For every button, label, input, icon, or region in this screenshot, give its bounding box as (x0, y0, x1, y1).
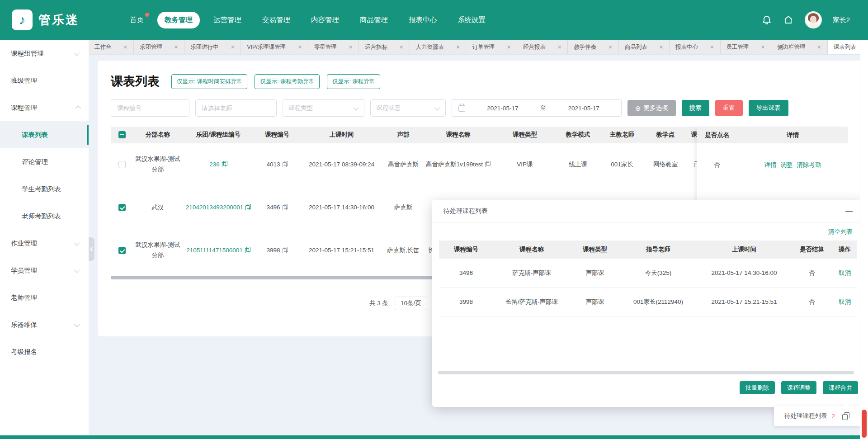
close-icon[interactable]: ✕ (817, 44, 821, 50)
more-options-button[interactable]: ⊕更多选项 (627, 100, 676, 116)
reset-button[interactable]: 重置 (715, 100, 743, 116)
tab-item[interactable]: 报表中心 ✕ (670, 40, 720, 54)
export-schedule-button[interactable]: 导出课表 (749, 100, 788, 116)
filter-course-abnormal-button[interactable]: 仅显示: 课程异常 (327, 74, 380, 89)
search-button[interactable]: 搜索 (682, 100, 709, 116)
copy-stack-icon[interactable] (842, 412, 849, 420)
copy-icon[interactable] (222, 161, 227, 167)
page-horizontal-scrollbar[interactable] (0, 435, 860, 439)
tab-item[interactable]: 教学伴奏 ✕ (568, 40, 618, 54)
tab-item[interactable]: 零星管理 ✕ (308, 40, 359, 54)
detail-link[interactable]: 详情 (764, 161, 777, 169)
sidebar-item-instrument-maintenance[interactable]: 乐器维保 (0, 311, 89, 338)
sidebar-item-teachers[interactable]: 老师管理 (0, 284, 89, 311)
bell-icon[interactable] (761, 14, 772, 25)
nav-item-academic[interactable]: 教务管理 (157, 12, 200, 28)
sidebar-item-course-groups[interactable]: 课程组管理 (0, 40, 89, 67)
course-type-select[interactable]: 课程类型 (283, 99, 364, 117)
tab-item[interactable]: 员工管理 ✕ (721, 40, 771, 54)
sidebar-item-students[interactable]: 学员管理 (0, 257, 89, 284)
close-icon[interactable]: ✕ (659, 44, 663, 50)
tab-item[interactable]: 乐团管理 ✕ (134, 40, 184, 54)
user-name[interactable]: 家长2 (833, 16, 850, 24)
copy-icon[interactable] (245, 204, 251, 210)
close-icon[interactable]: ✕ (710, 44, 714, 50)
sidebar-item-course-mgmt[interactable]: 课程管理 (0, 94, 89, 121)
tab-item[interactable]: 订单管理 ✕ (466, 40, 517, 54)
scrollbar-thumb[interactable] (438, 371, 854, 374)
filter-attendance-abnormal-button[interactable]: 仅显示: 课程考勤异常 (255, 74, 319, 89)
copy-icon[interactable] (283, 204, 288, 210)
close-icon[interactable]: ✕ (399, 44, 403, 50)
course-merge-button[interactable]: 课程合并 (823, 381, 858, 394)
tab-item[interactable]: 侧边栏管理 ✕ (771, 40, 828, 54)
group-no-link[interactable]: 236 (209, 161, 220, 168)
close-icon[interactable]: ✕ (231, 44, 235, 50)
date-range-picker[interactable]: 2021-05-17 至 2021-05-17 (452, 99, 622, 117)
sidebar-item-comments[interactable]: 评论管理 (0, 148, 89, 175)
row-checkbox[interactable] (118, 161, 126, 168)
close-icon[interactable]: ✕ (349, 44, 353, 50)
tab-item[interactable]: 商品列表 ✕ (619, 40, 670, 54)
nav-item-reports[interactable]: 报表中心 (401, 12, 444, 28)
tab-item[interactable]: 运营指标 ✕ (359, 40, 410, 54)
sidebar-item-classes[interactable]: 班级管理 (0, 67, 89, 94)
nav-item-operations[interactable]: 运营管理 (206, 12, 249, 28)
nav-item-content[interactable]: 内容管理 (304, 12, 346, 28)
close-icon[interactable]: ✕ (298, 44, 302, 50)
course-no-input[interactable] (111, 99, 189, 117)
select-all-checkbox[interactable] (118, 131, 126, 138)
close-icon[interactable]: ✕ (507, 44, 511, 50)
sidebar-item-schedule-list[interactable]: 课表列表 (0, 121, 89, 148)
copy-icon[interactable] (245, 247, 250, 253)
row-checkbox[interactable] (118, 204, 126, 211)
sidebar-collapse-handle[interactable] (89, 237, 94, 261)
close-icon[interactable]: ✕ (608, 44, 612, 50)
date-start[interactable]: 2021-05-17 (472, 105, 534, 112)
sidebar-item-student-attendance[interactable]: 学生考勤列表 (0, 175, 89, 203)
nav-item-trade[interactable]: 交易管理 (255, 12, 297, 28)
course-status-select[interactable]: 课程状态 (370, 99, 446, 117)
clear-list-link[interactable]: 清空列表 (828, 228, 853, 236)
nav-item-settings[interactable]: 系统设置 (450, 12, 493, 28)
sidebar-item-homework[interactable]: 作业管理 (0, 230, 89, 257)
close-icon[interactable]: ✕ (174, 44, 178, 50)
copy-icon[interactable] (485, 161, 491, 167)
cancel-link[interactable]: 取消 (839, 298, 851, 305)
copy-icon[interactable] (283, 247, 288, 253)
close-icon[interactable]: ✕ (557, 44, 561, 50)
row-checkbox[interactable] (118, 247, 126, 254)
nav-item-home[interactable]: 首页 (123, 12, 151, 28)
course-adjust-button[interactable]: 课程调整 (781, 381, 816, 394)
tab-item[interactable]: VIP/乐理课管理 ✕ (241, 40, 308, 54)
cancel-link[interactable]: 取消 (839, 269, 851, 276)
batch-delete-button[interactable]: 批量删除 (740, 381, 775, 394)
teacher-input[interactable] (195, 99, 277, 117)
sidebar-item-teacher-attendance[interactable]: 老师考勤列表 (0, 203, 89, 230)
home-icon[interactable] (783, 14, 794, 25)
copy-icon[interactable] (283, 161, 288, 167)
clear-attendance-link[interactable]: 清除考勤 (797, 161, 821, 169)
tab-item[interactable]: 乐团进行中 ✕ (184, 40, 241, 54)
adjust-link[interactable]: 调整 (781, 161, 793, 169)
close-icon[interactable]: ✕ (761, 44, 765, 50)
tab-item[interactable]: 工作台 ✕ (89, 40, 134, 54)
group-no-link[interactable]: 21042013493200001 (186, 204, 244, 211)
date-end[interactable]: 2021-05-17 (552, 105, 615, 112)
close-icon[interactable]: ✕ (456, 44, 460, 50)
tab-item[interactable]: 经营报表 ✕ (517, 40, 568, 54)
nav-item-goods[interactable]: 商品管理 (353, 12, 395, 28)
filter-time-abnormal-button[interactable]: 仅显示: 课程时间安排异常 (171, 74, 247, 89)
panel-row: 3998 长笛/萨克斯-声部课 声部课 001家长(2112940) 2021-… (439, 288, 857, 316)
pending-courses-dock[interactable]: 待处理课程列表 2 (774, 406, 860, 426)
sidebar-item-exam-signup[interactable]: 考级报名 (0, 338, 89, 365)
panel-horizontal-scrollbar[interactable] (438, 371, 858, 374)
user-avatar[interactable] (805, 11, 822, 28)
tab-item[interactable]: 人力资源表 ✕ (410, 40, 467, 54)
vertical-scrollbar-thumb[interactable] (862, 410, 867, 438)
group-no-link[interactable]: 21051111471500001 (186, 247, 243, 254)
page-size-select[interactable]: 10条/页 (395, 297, 427, 310)
page-vertical-scrollbar[interactable] (860, 40, 868, 439)
close-icon[interactable]: ✕ (123, 44, 127, 50)
minimize-icon[interactable]: — (845, 208, 853, 215)
